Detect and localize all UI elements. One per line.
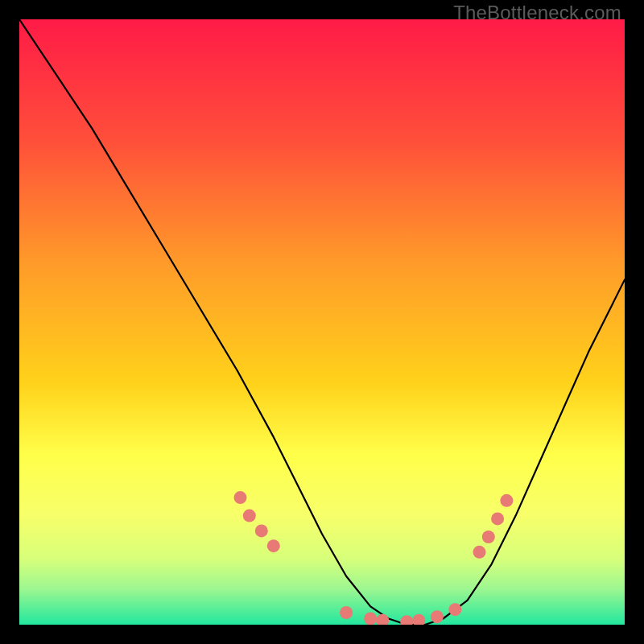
plot-svg — [19, 19, 625, 625]
data-point — [491, 512, 504, 525]
data-point — [340, 606, 353, 619]
data-point — [255, 524, 268, 537]
data-point — [364, 613, 377, 625]
data-point — [267, 539, 280, 552]
data-point — [448, 603, 461, 616]
data-point — [500, 494, 513, 507]
data-point — [473, 546, 486, 559]
chart-frame: TheBottleneck.com — [0, 0, 644, 644]
data-point — [243, 510, 256, 522]
plot-area — [19, 19, 625, 625]
watermark-text: TheBottleneck.com — [453, 2, 621, 24]
data-point — [482, 530, 495, 543]
data-point — [234, 491, 247, 504]
data-point — [431, 610, 444, 623]
